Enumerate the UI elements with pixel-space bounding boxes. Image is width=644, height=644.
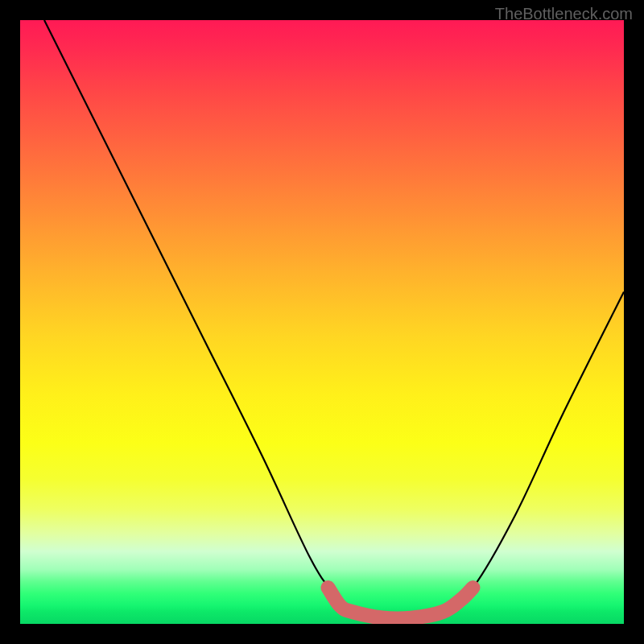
bottleneck-curve-path [44, 20, 624, 619]
watermark-text: TheBottleneck.com [495, 5, 633, 23]
chart-svg [20, 20, 624, 624]
highlight-band-path [328, 588, 473, 619]
chart-plot-area [20, 20, 624, 624]
